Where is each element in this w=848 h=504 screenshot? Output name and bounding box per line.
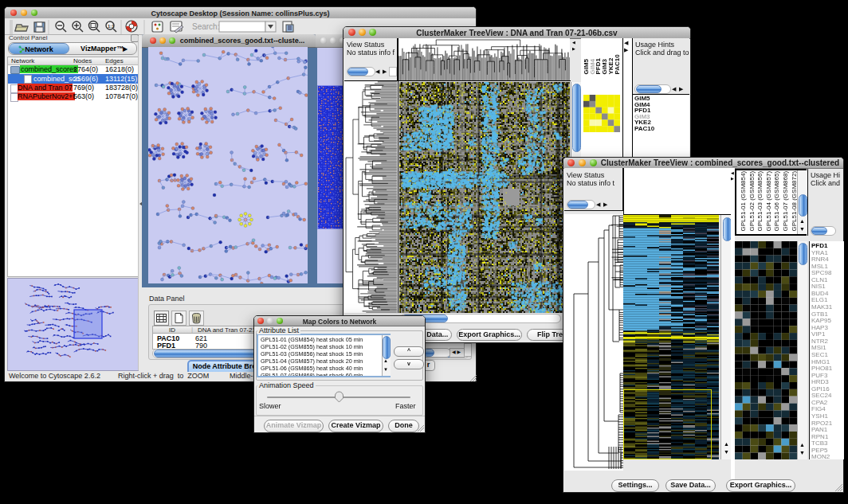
svg-text:Search:: Search: — [192, 22, 219, 31]
svg-text:1:1: 1:1 — [108, 24, 115, 29]
